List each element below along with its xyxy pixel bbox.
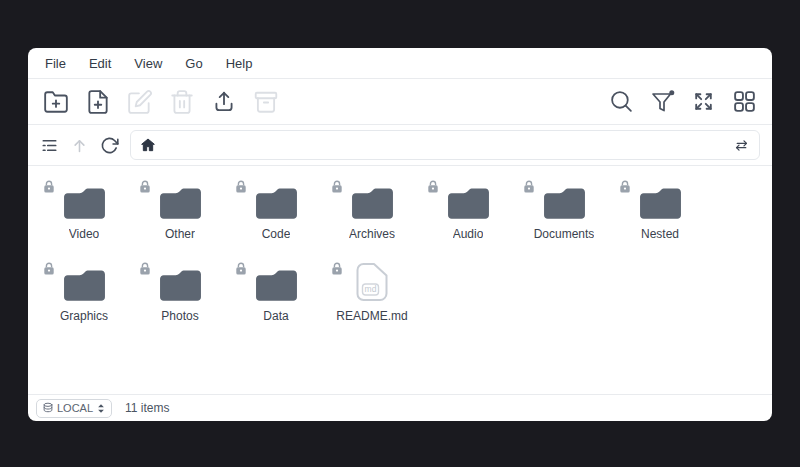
volume-icon: [42, 402, 54, 414]
folder-icon: [158, 269, 203, 302]
new-file-button[interactable]: [85, 89, 111, 115]
menu-item-edit[interactable]: Edit: [89, 56, 111, 71]
filter-icon: [650, 89, 675, 114]
navigation-bar: [28, 125, 772, 166]
file-label: Documents: [534, 227, 595, 241]
home-button[interactable]: [140, 137, 156, 153]
stepper-icon: [96, 402, 106, 415]
file-item[interactable]: Documents: [516, 177, 612, 259]
volume-select[interactable]: LOCAL: [36, 399, 112, 418]
new-file-icon: [85, 89, 111, 115]
menu-item-file[interactable]: File: [45, 56, 66, 71]
lock-icon: [235, 262, 247, 276]
delete-button: [169, 89, 195, 115]
rename-icon: [127, 89, 153, 115]
new-folder-button[interactable]: [43, 89, 69, 115]
file-item[interactable]: Data: [228, 259, 324, 341]
lock-icon: [43, 262, 55, 276]
lock-icon: [619, 180, 631, 194]
file-label: Photos: [161, 309, 198, 323]
folder-icon: [62, 269, 107, 302]
file-label: Other: [165, 227, 195, 241]
refresh-icon: [100, 136, 119, 155]
rename-button: [127, 89, 153, 115]
file-item[interactable]: md README.md: [324, 259, 420, 341]
file-label: Archives: [349, 227, 395, 241]
fullscreen-button[interactable]: [691, 89, 716, 114]
md-file-icon: md: [355, 262, 389, 302]
folder-icon: [158, 187, 203, 220]
file-item[interactable]: Photos: [132, 259, 228, 341]
file-item[interactable]: Audio: [420, 177, 516, 259]
grid-view-icon: [732, 89, 757, 114]
path-input[interactable]: [164, 138, 725, 153]
file-label: README.md: [336, 309, 407, 323]
folder-icon: [542, 187, 587, 220]
search-icon: [609, 89, 634, 114]
file-item[interactable]: Other: [132, 177, 228, 259]
menu-bar: FileEditViewGoHelp: [28, 48, 772, 79]
folder-icon: [350, 187, 395, 220]
delete-icon: [169, 89, 195, 115]
file-grid: Video Other Code: [28, 166, 772, 394]
file-manager-window: FileEditViewGoHelp: [28, 48, 772, 421]
folder-icon: [62, 187, 107, 220]
items-count: 11 items: [125, 401, 169, 415]
path-field[interactable]: [130, 130, 760, 160]
new-folder-icon: [43, 89, 69, 115]
file-item[interactable]: Archives: [324, 177, 420, 259]
swap-icon: [733, 137, 750, 154]
lock-icon: [139, 180, 151, 194]
file-item[interactable]: Nested: [612, 177, 708, 259]
menu-item-view[interactable]: View: [134, 56, 162, 71]
lock-icon: [235, 180, 247, 194]
up-icon: [70, 136, 89, 155]
filter-button[interactable]: [650, 89, 675, 114]
archive-button: [253, 89, 279, 115]
file-label: Audio: [453, 227, 484, 241]
file-label: Video: [69, 227, 99, 241]
menu-item-go[interactable]: Go: [185, 56, 202, 71]
svg-text:md: md: [365, 284, 377, 294]
lock-icon: [523, 180, 535, 194]
grid-view-button[interactable]: [732, 89, 757, 114]
status-bar: LOCAL 11 items: [28, 394, 772, 421]
tree-toggle-icon: [40, 136, 59, 155]
home-icon: [140, 137, 156, 153]
file-label: Graphics: [60, 309, 108, 323]
folder-icon: [254, 269, 299, 302]
tree-toggle-button[interactable]: [40, 136, 59, 155]
archive-icon: [253, 89, 279, 115]
volume-label: LOCAL: [57, 402, 93, 414]
lock-icon: [427, 180, 439, 194]
lock-icon: [331, 180, 343, 194]
file-label: Data: [263, 309, 288, 323]
file-item[interactable]: Graphics: [36, 259, 132, 341]
file-item[interactable]: Code: [228, 177, 324, 259]
swap-view-button[interactable]: [733, 137, 750, 154]
folder-icon: [446, 187, 491, 220]
search-button[interactable]: [609, 89, 634, 114]
fullscreen-icon: [691, 89, 716, 114]
folder-icon: [254, 187, 299, 220]
file-item[interactable]: Video: [36, 177, 132, 259]
file-label: Code: [262, 227, 291, 241]
lock-icon: [331, 262, 343, 276]
upload-icon: [211, 89, 237, 115]
folder-icon: [638, 187, 683, 220]
refresh-button[interactable]: [100, 136, 119, 155]
filter-badge-dot: [669, 90, 674, 95]
lock-icon: [139, 262, 151, 276]
upload-button[interactable]: [211, 89, 237, 115]
lock-icon: [43, 180, 55, 194]
file-label: Nested: [641, 227, 679, 241]
menu-item-help[interactable]: Help: [226, 56, 253, 71]
up-button: [70, 136, 89, 155]
toolbar: [28, 79, 772, 125]
